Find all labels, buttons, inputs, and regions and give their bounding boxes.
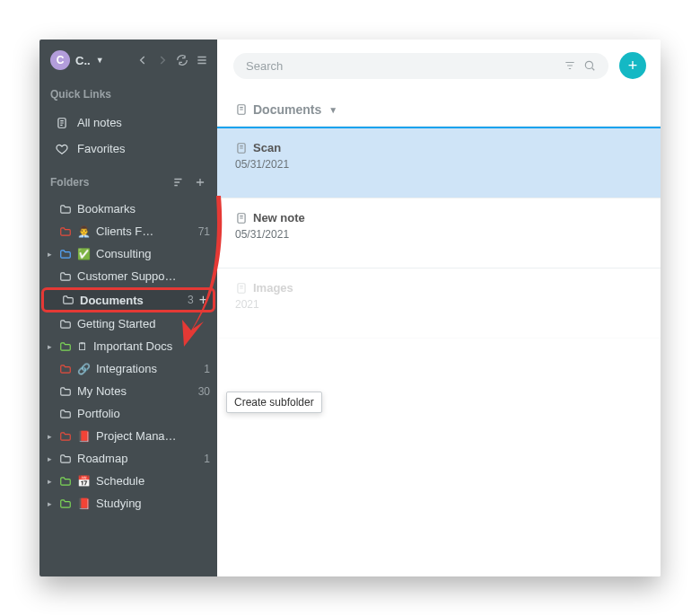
note-icon [235, 212, 248, 224]
folder-icon [59, 363, 72, 375]
quick-link-label: Favorites [77, 142, 125, 155]
note-list: Scan05/31/2021New note05/31/2021Images20… [217, 126, 661, 576]
folder-icon [59, 340, 72, 353]
create-subfolder-button[interactable]: + [199, 292, 209, 308]
note-title: New note [253, 211, 305, 224]
svg-point-1 [585, 61, 592, 68]
folder-label: Documents [80, 294, 182, 307]
folder-label: Schedule [96, 474, 210, 488]
search-icon[interactable] [583, 59, 596, 72]
breadcrumb-label: Documents [253, 102, 321, 117]
top-icon-row [136, 54, 208, 66]
folder-label: Consulting [96, 247, 210, 260]
folder-row[interactable]: ▸✅Consulting [39, 242, 217, 265]
folder-icon [59, 453, 72, 465]
add-folder-icon[interactable] [194, 176, 206, 189]
folder-emoji-icon: 📕 [77, 497, 91, 510]
search-box[interactable] [233, 53, 608, 79]
note-date: 05/31/2021 [235, 154, 643, 171]
expand-icon[interactable]: ▸ [45, 454, 54, 463]
folder-row[interactable]: ▸📕Studying [39, 492, 217, 515]
folder-count: 3 [188, 294, 194, 306]
folder-list: Bookmarks👨‍💼Clients F…71▸✅ConsultingCust… [39, 198, 217, 524]
folder-label: Roadmap [77, 452, 198, 465]
folder-emoji-icon: ✅ [77, 248, 91, 260]
menu-icon[interactable] [196, 54, 208, 66]
avatar-initial: C [57, 54, 65, 66]
tooltip-text: Create subfolder [234, 396, 314, 409]
quick-link-label: All notes [77, 116, 122, 129]
app-frame: C C.. ▼ [0, 0, 700, 616]
note-title-row: Scan [235, 141, 643, 154]
folder-icon [59, 475, 72, 488]
folder-label: Clients F… [96, 224, 193, 238]
folder-row[interactable]: Customer Suppo… [39, 265, 217, 287]
sort-icon[interactable] [172, 176, 185, 189]
note-title-row: New note [235, 211, 643, 224]
expand-icon[interactable]: ▸ [45, 250, 54, 259]
folder-icon [59, 248, 72, 260]
chevron-down-icon[interactable]: ▼ [328, 105, 337, 115]
back-icon[interactable] [136, 54, 149, 66]
note-icon [235, 282, 248, 295]
quick-links-title: Quick Links [39, 88, 217, 110]
folder-emoji-icon: 👨‍💼 [77, 225, 91, 238]
breadcrumb[interactable]: Documents ▼ [217, 92, 661, 126]
folder-icon [59, 270, 72, 283]
folder-label: Project Mana… [96, 429, 210, 443]
create-subfolder-tooltip: Create subfolder [226, 392, 322, 413]
folders-title-row: Folders [39, 176, 217, 198]
folder-row[interactable]: 🔗Integrations1 [39, 357, 217, 380]
refresh-icon[interactable] [176, 54, 188, 66]
folder-row[interactable]: Documents3+ [41, 287, 215, 312]
folder-label: Customer Suppo… [77, 269, 210, 283]
heart-icon [56, 143, 68, 155]
folder-emoji-icon: 📕 [77, 430, 91, 443]
topbar: + [217, 40, 661, 92]
folder-emoji-icon: 🗒 [77, 340, 88, 353]
user-menu-caret-icon[interactable]: ▼ [96, 56, 104, 65]
quick-link-favorites[interactable]: Favorites [39, 136, 217, 162]
folder-row[interactable]: ▸Roadmap1 [39, 447, 217, 470]
note-item[interactable]: Images2021 [217, 268, 661, 339]
folder-row[interactable]: ▸📕Project Mana… [39, 425, 217, 447]
note-icon [235, 103, 248, 116]
folder-row[interactable]: 👨‍💼Clients F…71 [39, 220, 217, 242]
folder-label: Portfolio [77, 407, 210, 420]
folders-title: Folders [50, 176, 89, 189]
main-area: + Documents ▼ Scan05/31/2021New note05/3… [217, 40, 661, 576]
folder-icon [62, 294, 74, 306]
folder-emoji-icon: 📅 [77, 475, 91, 488]
folder-count: 30 [198, 385, 210, 398]
user-name[interactable]: C.. [75, 54, 91, 67]
folder-label: Bookmarks [77, 202, 210, 216]
expand-icon[interactable]: ▸ [45, 499, 54, 508]
folder-row[interactable]: My Notes30 [39, 380, 217, 402]
expand-icon[interactable]: ▸ [45, 432, 54, 441]
note-item[interactable]: New note05/31/2021 [217, 198, 661, 268]
quick-link-all-notes[interactable]: All notes [39, 110, 217, 136]
expand-icon[interactable]: ▸ [45, 477, 54, 486]
folder-row[interactable]: ▸🗒Important Docs [39, 335, 217, 357]
folder-emoji-icon: 🔗 [77, 363, 91, 375]
avatar[interactable]: C [50, 50, 70, 70]
add-note-button[interactable]: + [619, 52, 646, 79]
search-input[interactable] [246, 59, 556, 73]
note-date: 2021 [235, 295, 643, 311]
note-item[interactable]: Scan05/31/2021 [217, 127, 661, 198]
plus-icon: + [628, 57, 638, 75]
expand-icon[interactable]: ▸ [45, 342, 54, 351]
folder-row[interactable]: Portfolio [39, 402, 217, 425]
folder-icon [59, 497, 72, 510]
folder-row[interactable]: Getting Started [39, 312, 217, 335]
folder-icon [59, 385, 72, 398]
note-icon [235, 142, 248, 154]
folder-row[interactable]: ▸📅Schedule [39, 470, 217, 492]
forward-icon[interactable] [156, 54, 169, 66]
quick-links-label: Quick Links [50, 88, 111, 101]
folder-row[interactable]: Bookmarks [39, 198, 217, 220]
folder-count: 1 [204, 453, 210, 465]
folder-label: Studying [96, 497, 210, 510]
folder-count: 71 [198, 225, 210, 238]
filter-icon[interactable] [564, 59, 576, 72]
